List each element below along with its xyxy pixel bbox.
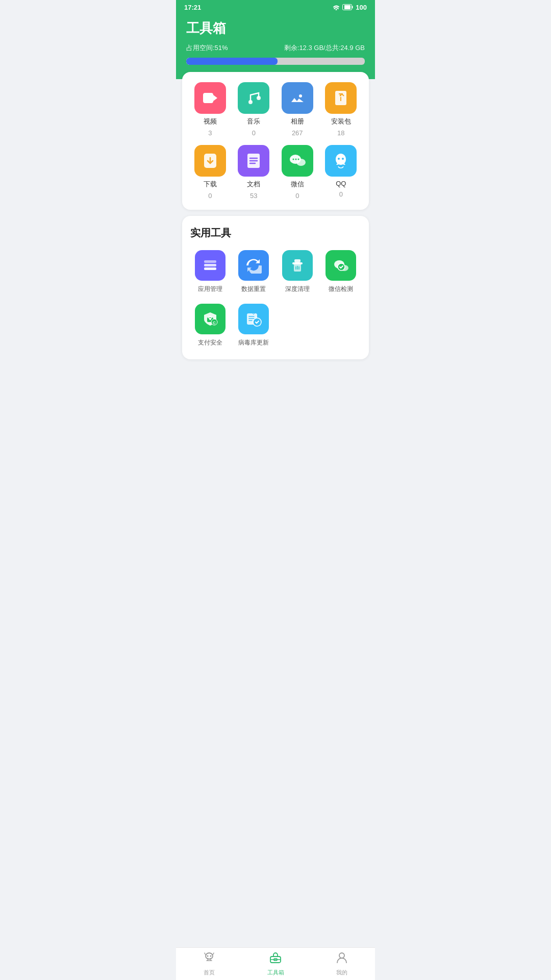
tools-grid: 应用管理 数据重置: [190, 250, 361, 347]
wechat-icon-box: [282, 145, 313, 177]
svg-rect-4: [203, 93, 213, 103]
page-title: 工具箱: [186, 19, 365, 37]
svg-point-12: [296, 159, 306, 166]
wechatcheck-icon-box: [325, 250, 356, 281]
status-icons: 100: [332, 4, 367, 11]
virusupdate-icon-box: [238, 304, 269, 334]
music-count: 0: [252, 129, 256, 137]
music-icon: [245, 90, 262, 106]
datareset-icon-box: [238, 250, 269, 281]
paysafe-icon: C: [202, 311, 218, 327]
category-package[interactable]: i 安装包 18: [321, 82, 361, 137]
virusupdate-label: 病毒库更新: [238, 338, 269, 347]
tools-card: 实用工具 应用管理: [182, 216, 369, 359]
video-icon-box: [194, 82, 226, 114]
svg-point-14: [295, 159, 296, 160]
package-icon-box: i: [325, 82, 357, 114]
svg-rect-19: [204, 264, 216, 266]
appmanage-label: 应用管理: [198, 285, 222, 293]
photo-icon-box: [282, 82, 313, 114]
doc-icon: [246, 153, 261, 169]
datareset-icon: [245, 257, 262, 274]
category-download[interactable]: 下载 0: [190, 145, 230, 200]
datareset-label: 数据重置: [241, 285, 266, 293]
svg-text:C: C: [213, 321, 216, 325]
file-grid: 视频 3 音乐 0: [190, 82, 361, 200]
package-label: 安装包: [331, 117, 351, 126]
svg-point-16: [338, 158, 340, 160]
video-count: 3: [208, 129, 212, 137]
video-label: 视频: [204, 117, 217, 126]
svg-rect-18: [204, 267, 216, 270]
download-icon-box: [194, 145, 226, 177]
svg-rect-20: [204, 260, 216, 263]
wechatcheck-icon: [332, 258, 349, 273]
tool-appmanage[interactable]: 应用管理: [190, 250, 230, 293]
scroll-container[interactable]: 工具箱 占用空间:51% 剩余:12.3 GB/总共:24.9 GB: [176, 14, 375, 947]
photo-icon: [289, 91, 306, 105]
wechatcheck-label: 微信检测: [329, 285, 353, 293]
tool-virusupdate[interactable]: 病毒库更新: [234, 304, 274, 347]
music-label: 音乐: [247, 117, 260, 126]
wechat-count: 0: [295, 192, 299, 200]
download-label: 下载: [204, 180, 217, 189]
svg-point-17: [342, 158, 344, 160]
status-bar: 17:21 100: [176, 0, 375, 14]
category-doc[interactable]: 文档 53: [234, 145, 274, 200]
svg-point-6: [299, 94, 302, 97]
deepclean-icon-box: [282, 250, 313, 281]
package-icon: i: [334, 90, 348, 106]
qq-icon-box: [325, 145, 357, 177]
tool-datareset[interactable]: 数据重置: [234, 250, 274, 293]
svg-rect-2: [343, 5, 350, 9]
file-categories-card: 视频 3 音乐 0: [182, 72, 369, 210]
tools-section-title: 实用工具: [190, 226, 361, 240]
virusupdate-icon: [245, 311, 262, 327]
svg-point-13: [292, 159, 294, 160]
music-icon-box: [238, 82, 269, 114]
qq-count: 0: [339, 190, 343, 198]
wechat-label: 微信: [291, 180, 304, 189]
header: 工具箱 占用空间:51% 剩余:12.3 GB/总共:24.9 GB: [176, 14, 375, 79]
qq-label: QQ: [336, 180, 346, 187]
storage-progress-bar: [186, 58, 365, 65]
category-qq[interactable]: QQ 0: [321, 145, 361, 200]
main-content: 视频 3 音乐 0: [176, 72, 375, 359]
download-count: 0: [208, 192, 212, 200]
storage-info: 占用空间:51% 剩余:12.3 GB/总共:24.9 GB: [186, 43, 365, 53]
svg-rect-3: [343, 5, 344, 9]
qq-icon: [333, 152, 348, 169]
category-music[interactable]: 音乐 0: [234, 82, 274, 137]
category-video[interactable]: 视频 3: [190, 82, 230, 137]
appmanage-icon-box: [195, 250, 226, 281]
progress-fill: [186, 58, 278, 65]
deepclean-icon: [289, 257, 306, 274]
tool-paysafe[interactable]: C 支付安全: [190, 304, 230, 347]
svg-rect-1: [352, 6, 353, 9]
storage-remain: 剩余:12.3 GB/总共:24.9 GB: [284, 43, 365, 53]
video-icon: [202, 91, 218, 105]
wifi-icon: [332, 4, 340, 10]
battery-text: 100: [356, 4, 367, 11]
appmanage-icon: [202, 258, 218, 273]
package-count: 18: [337, 129, 344, 137]
battery-icon: [342, 4, 354, 10]
doc-icon-box: [238, 145, 269, 177]
photo-label: 相册: [291, 117, 304, 126]
doc-label: 文档: [247, 180, 260, 189]
tool-wechatcheck[interactable]: 微信检测: [321, 250, 361, 293]
paysafe-icon-box: C: [195, 304, 226, 334]
svg-rect-21: [294, 259, 300, 262]
svg-point-15: [297, 159, 299, 160]
category-photo[interactable]: 相册 267: [278, 82, 317, 137]
status-time: 17:21: [184, 4, 201, 11]
wechat-icon: [289, 153, 306, 168]
svg-rect-22: [292, 262, 303, 264]
storage-used: 占用空间:51%: [186, 43, 228, 53]
doc-count: 53: [250, 192, 257, 200]
download-icon: [202, 153, 218, 169]
deepclean-label: 深度清理: [285, 285, 310, 293]
svg-marker-5: [213, 95, 217, 101]
category-wechat[interactable]: 微信 0: [278, 145, 317, 200]
tool-deepclean[interactable]: 深度清理: [278, 250, 317, 293]
